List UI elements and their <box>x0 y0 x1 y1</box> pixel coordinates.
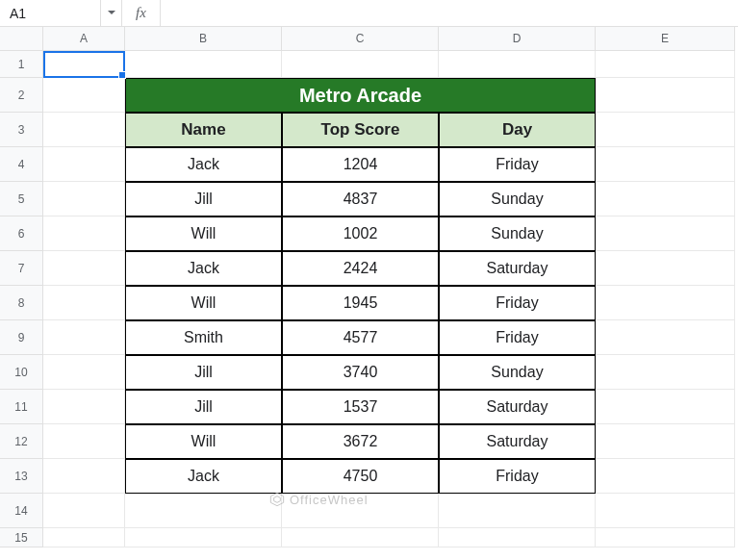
cell-e2[interactable] <box>596 78 735 113</box>
cell-a9[interactable] <box>43 320 125 355</box>
data-cell[interactable]: Jack <box>125 147 282 182</box>
row-header-9[interactable]: 9 <box>0 320 43 355</box>
cell-b1[interactable] <box>125 51 282 78</box>
cell-a3[interactable] <box>43 113 125 147</box>
row-header-6[interactable]: 6 <box>0 216 43 251</box>
row-header-5[interactable]: 5 <box>0 182 43 216</box>
cell-e7[interactable] <box>596 251 735 286</box>
cell-e1[interactable] <box>596 51 735 78</box>
row-headers: 1 2 3 4 5 6 7 8 9 10 11 12 13 14 15 <box>0 51 43 547</box>
data-cell[interactable]: 1002 <box>282 216 439 251</box>
cell-e14[interactable] <box>596 494 735 528</box>
data-cell[interactable]: 1204 <box>282 147 439 182</box>
cell-e10[interactable] <box>596 355 735 390</box>
cell-ref-dropdown[interactable] <box>101 0 122 26</box>
data-cell[interactable]: Will <box>125 286 282 320</box>
data-cell[interactable]: Will <box>125 216 282 251</box>
col-header-d[interactable]: D <box>439 27 596 51</box>
data-cell[interactable]: 3740 <box>282 355 439 390</box>
cell-a15[interactable] <box>43 528 125 547</box>
data-cell[interactable]: Sunday <box>439 355 596 390</box>
data-cell[interactable]: Friday <box>439 459 596 494</box>
select-all-corner[interactable] <box>0 27 43 51</box>
col-header-c[interactable]: C <box>282 27 439 51</box>
cell-e13[interactable] <box>596 459 735 494</box>
row-header-8[interactable]: 8 <box>0 286 43 320</box>
row-header-3[interactable]: 3 <box>0 113 43 147</box>
cell-a8[interactable] <box>43 286 125 320</box>
cell-d14[interactable] <box>439 494 596 528</box>
data-cell[interactable]: 4577 <box>282 320 439 355</box>
cell-e5[interactable] <box>596 182 735 216</box>
cell-b14[interactable] <box>125 494 282 528</box>
cell-e12[interactable] <box>596 424 735 459</box>
cell-reference-box[interactable]: A1 <box>0 0 101 26</box>
data-cell[interactable]: Friday <box>439 320 596 355</box>
data-cell[interactable]: Jack <box>125 459 282 494</box>
cell-c1[interactable] <box>282 51 439 78</box>
cell-d15[interactable] <box>439 528 596 547</box>
cell-e4[interactable] <box>596 147 735 182</box>
cell-a13[interactable] <box>43 459 125 494</box>
data-cell[interactable]: Sunday <box>439 182 596 216</box>
chevron-down-icon <box>108 11 115 15</box>
row-header-12[interactable]: 12 <box>0 424 43 459</box>
cell-b15[interactable] <box>125 528 282 547</box>
row-header-4[interactable]: 4 <box>0 147 43 182</box>
data-cell[interactable]: Will <box>125 424 282 459</box>
row-header-10[interactable]: 10 <box>0 355 43 390</box>
header-day[interactable]: Day <box>439 113 596 147</box>
row-header-2[interactable]: 2 <box>0 78 43 113</box>
cell-e8[interactable] <box>596 286 735 320</box>
data-cell[interactable]: Smith <box>125 320 282 355</box>
cell-a7[interactable] <box>43 251 125 286</box>
cell-e15[interactable] <box>596 528 735 547</box>
cell-a10[interactable] <box>43 355 125 390</box>
formula-input[interactable] <box>161 0 738 26</box>
cell-a11[interactable] <box>43 390 125 424</box>
data-cell[interactable]: Sunday <box>439 216 596 251</box>
data-cell[interactable]: Jill <box>125 390 282 424</box>
data-cell[interactable]: 2424 <box>282 251 439 286</box>
row-header-7[interactable]: 7 <box>0 251 43 286</box>
data-cell[interactable]: Saturday <box>439 424 596 459</box>
col-header-e[interactable]: E <box>596 27 735 51</box>
row-header-14[interactable]: 14 <box>0 494 43 528</box>
header-name[interactable]: Name <box>125 113 282 147</box>
row-header-11[interactable]: 11 <box>0 390 43 424</box>
data-cell[interactable]: 3672 <box>282 424 439 459</box>
cells-area[interactable]: Metro Arcade Name Top Score Day Jack1204… <box>43 51 738 547</box>
cell-e9[interactable] <box>596 320 735 355</box>
cell-a2[interactable] <box>43 78 125 113</box>
cell-c15[interactable] <box>282 528 439 547</box>
data-cell[interactable]: Friday <box>439 286 596 320</box>
cell-d1[interactable] <box>439 51 596 78</box>
cell-e3[interactable] <box>596 113 735 147</box>
row-header-13[interactable]: 13 <box>0 459 43 494</box>
row-header-15[interactable]: 15 <box>0 528 43 547</box>
table-title[interactable]: Metro Arcade <box>125 78 596 113</box>
data-cell[interactable]: 4837 <box>282 182 439 216</box>
row-header-1[interactable]: 1 <box>0 51 43 78</box>
col-header-a[interactable]: A <box>43 27 125 51</box>
cell-a1[interactable] <box>43 51 125 78</box>
formula-bar: A1 fx <box>0 0 738 27</box>
cell-e11[interactable] <box>596 390 735 424</box>
data-cell[interactable]: Jill <box>125 182 282 216</box>
data-cell[interactable]: 4750 <box>282 459 439 494</box>
data-cell[interactable]: Friday <box>439 147 596 182</box>
cell-a5[interactable] <box>43 182 125 216</box>
header-score[interactable]: Top Score <box>282 113 439 147</box>
cell-a12[interactable] <box>43 424 125 459</box>
data-cell[interactable]: Saturday <box>439 390 596 424</box>
cell-a6[interactable] <box>43 216 125 251</box>
data-cell[interactable]: Jill <box>125 355 282 390</box>
data-cell[interactable]: Saturday <box>439 251 596 286</box>
col-header-b[interactable]: B <box>125 27 282 51</box>
cell-e6[interactable] <box>596 216 735 251</box>
data-cell[interactable]: Jack <box>125 251 282 286</box>
cell-a4[interactable] <box>43 147 125 182</box>
data-cell[interactable]: 1945 <box>282 286 439 320</box>
cell-a14[interactable] <box>43 494 125 528</box>
data-cell[interactable]: 1537 <box>282 390 439 424</box>
